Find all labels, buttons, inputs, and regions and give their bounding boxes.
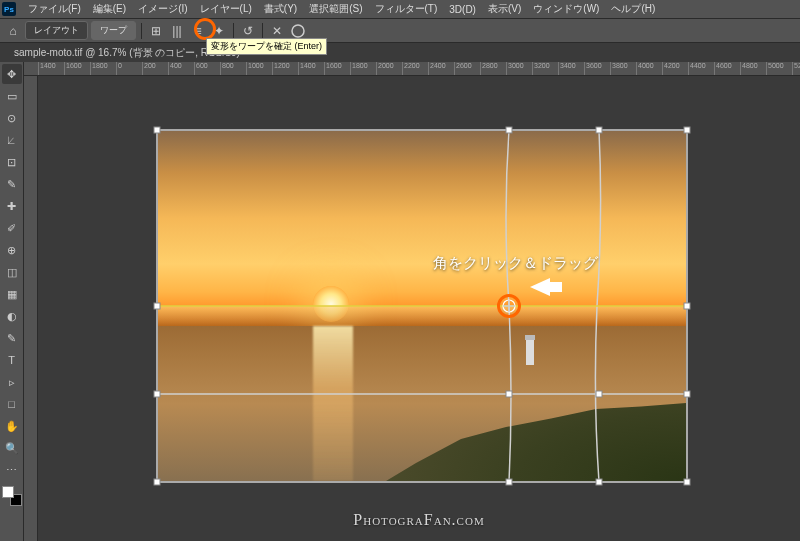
hand-tool[interactable]: ✋ bbox=[2, 416, 22, 436]
reset-icon[interactable]: ↺ bbox=[239, 22, 257, 40]
menu-help[interactable]: ヘルプ(H) bbox=[605, 2, 661, 16]
lighthouse-graphic bbox=[526, 339, 534, 365]
lasso-tool[interactable]: ⊙ bbox=[2, 108, 22, 128]
eraser-tool[interactable]: ◫ bbox=[2, 262, 22, 282]
menu-window[interactable]: ウィンドウ(W) bbox=[527, 2, 605, 16]
move-tool[interactable]: ✥ bbox=[2, 64, 22, 84]
layout-button[interactable]: レイアウト bbox=[25, 21, 88, 40]
arrow-left-icon bbox=[530, 278, 550, 296]
warp-button[interactable]: ワープ bbox=[91, 21, 136, 40]
menu-bar: Ps ファイル(F) 編集(E) イメージ(I) レイヤー(L) 書式(Y) 選… bbox=[0, 0, 800, 18]
options-bar: ⌂ レイアウト ワープ ⊞ ||| ≡ ✦ ↺ ✕ bbox=[0, 18, 800, 42]
eyedropper-tool[interactable]: ✎ bbox=[2, 174, 22, 194]
image-content bbox=[158, 131, 686, 481]
brush-tool[interactable]: ✐ bbox=[2, 218, 22, 238]
crop-tool[interactable]: ⟀ bbox=[2, 130, 22, 150]
tool-palette: ✥ ▭ ⊙ ⟀ ⊡ ✎ ✚ ✐ ⊕ ◫ ▦ ◐ ✎ T ▹ □ ✋ 🔍 ⋯ bbox=[0, 62, 24, 541]
zoom-tool[interactable]: 🔍 bbox=[2, 438, 22, 458]
type-tool[interactable]: T bbox=[2, 350, 22, 370]
menu-view[interactable]: 表示(V) bbox=[482, 2, 527, 16]
split-h-icon[interactable]: ≡ bbox=[189, 22, 207, 40]
edit-toolbar[interactable]: ⋯ bbox=[2, 460, 22, 480]
healing-tool[interactable]: ✚ bbox=[2, 196, 22, 216]
commit-icon[interactable] bbox=[289, 22, 307, 40]
menu-edit[interactable]: 編集(E) bbox=[87, 2, 132, 16]
reflection-graphic bbox=[313, 326, 353, 481]
grid-cross-icon[interactable]: ✦ bbox=[210, 22, 228, 40]
menu-type[interactable]: 書式(Y) bbox=[258, 2, 303, 16]
pen-tool[interactable]: ✎ bbox=[2, 328, 22, 348]
split-v-icon[interactable]: ||| bbox=[168, 22, 186, 40]
marquee-tool[interactable]: ▭ bbox=[2, 86, 22, 106]
watermark-text: PhotograFan.com bbox=[353, 511, 484, 529]
gradient-tool[interactable]: ▦ bbox=[2, 284, 22, 304]
canvas-area: 1400160018000200400600800100012001400160… bbox=[24, 62, 800, 541]
horizon-graphic bbox=[158, 306, 686, 326]
menu-file[interactable]: ファイル(F) bbox=[22, 2, 87, 16]
commit-tooltip: 変形をワープを確定 (Enter) bbox=[206, 38, 327, 55]
grid-3x3-icon[interactable]: ⊞ bbox=[147, 22, 165, 40]
canvas[interactable]: 角をクリック＆ドラッグ PhotograFan.com bbox=[38, 76, 800, 541]
color-swatches[interactable] bbox=[2, 486, 22, 506]
menu-select[interactable]: 選択範囲(S) bbox=[303, 2, 368, 16]
shape-tool[interactable]: □ bbox=[2, 394, 22, 414]
ruler-horizontal: 1400160018000200400600800100012001400160… bbox=[24, 62, 800, 76]
document-tab-bar: sample-moto.tif @ 16.7% (背景 のコピー, RGB/16… bbox=[0, 42, 800, 62]
menu-3d[interactable]: 3D(D) bbox=[443, 4, 482, 15]
app-logo: Ps bbox=[2, 2, 16, 16]
menu-filter[interactable]: フィルター(T) bbox=[369, 2, 444, 16]
dodge-tool[interactable]: ◐ bbox=[2, 306, 22, 326]
stamp-tool[interactable]: ⊕ bbox=[2, 240, 22, 260]
cancel-icon[interactable]: ✕ bbox=[268, 22, 286, 40]
svg-point-0 bbox=[292, 25, 304, 37]
path-tool[interactable]: ▹ bbox=[2, 372, 22, 392]
ruler-vertical bbox=[24, 76, 38, 541]
home-icon[interactable]: ⌂ bbox=[4, 22, 22, 40]
frame-tool[interactable]: ⊡ bbox=[2, 152, 22, 172]
menu-layer[interactable]: レイヤー(L) bbox=[194, 2, 258, 16]
workspace: ✥ ▭ ⊙ ⟀ ⊡ ✎ ✚ ✐ ⊕ ◫ ▦ ◐ ✎ T ▹ □ ✋ 🔍 ⋯ 14… bbox=[0, 62, 800, 541]
menu-image[interactable]: イメージ(I) bbox=[132, 2, 193, 16]
